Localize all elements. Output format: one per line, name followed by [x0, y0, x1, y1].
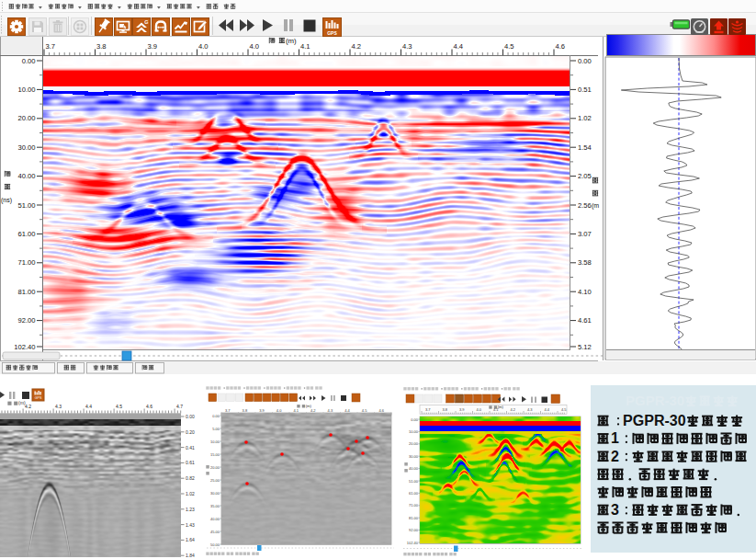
- svg-text:(m): (m): [286, 37, 297, 45]
- svg-text:0.00: 0.00: [411, 417, 419, 422]
- svg-text:4.4: 4.4: [545, 407, 550, 412]
- svg-text:102.40: 102.40: [407, 541, 419, 545]
- svg-text:1.84: 1.84: [186, 553, 195, 558]
- svg-text:1.54: 1.54: [578, 143, 592, 152]
- svg-text:4.3: 4.3: [55, 404, 62, 409]
- svg-text:PGPR-30: PGPR-30: [626, 393, 684, 408]
- svg-text:4.2: 4.2: [352, 42, 362, 51]
- svg-text:71.00: 71.00: [409, 503, 419, 508]
- svg-text:0.82: 0.82: [186, 475, 195, 481]
- svg-text:4.5: 4.5: [504, 42, 514, 51]
- svg-text:0.00: 0.00: [578, 57, 592, 65]
- svg-text:35.00: 35.00: [210, 504, 220, 508]
- svg-text:2.56: 2.56: [578, 201, 592, 210]
- svg-text:71.00: 71.00: [17, 258, 35, 267]
- svg-text:3.7: 3.7: [425, 407, 431, 412]
- svg-text:4.5: 4.5: [116, 404, 122, 409]
- svg-text:30.00: 30.00: [210, 491, 220, 496]
- svg-text:102.40: 102.40: [14, 343, 35, 351]
- svg-text:20.00: 20.00: [17, 114, 35, 122]
- svg-text:3.9: 3.9: [148, 42, 158, 51]
- svg-text:5.00: 5.00: [212, 427, 220, 431]
- svg-text:0.00: 0.00: [212, 414, 220, 418]
- svg-text:61.00: 61.00: [409, 491, 419, 496]
- svg-text:40.00: 40.00: [17, 172, 35, 180]
- svg-text:0.41: 0.41: [186, 445, 195, 451]
- svg-text:3.58: 3.58: [578, 258, 592, 267]
- svg-text:4.0: 4.0: [250, 42, 260, 51]
- svg-text:2.05: 2.05: [578, 172, 592, 180]
- svg-text:0.00: 0.00: [22, 57, 36, 65]
- svg-text:81.00: 81.00: [17, 288, 35, 296]
- svg-text:4.2: 4.2: [25, 404, 31, 409]
- svg-text:3.7: 3.7: [46, 42, 56, 51]
- svg-text:40.00: 40.00: [409, 466, 419, 471]
- svg-text:2: 2: [611, 449, 619, 464]
- svg-text:4.3: 4.3: [527, 407, 533, 412]
- svg-text:G: G: [144, 19, 148, 25]
- svg-text:3: 3: [611, 502, 619, 518]
- svg-text:4.5: 4.5: [561, 407, 567, 412]
- svg-text:4.3: 4.3: [402, 42, 412, 51]
- svg-text:10.00: 10.00: [17, 86, 35, 94]
- svg-text:0.51: 0.51: [578, 86, 592, 94]
- svg-text:(ns): (ns): [1, 197, 12, 204]
- svg-text:40.00: 40.00: [210, 517, 220, 521]
- svg-text:20.00: 20.00: [210, 465, 220, 470]
- svg-text:1.64: 1.64: [186, 537, 195, 542]
- svg-text:92.00: 92.00: [17, 316, 35, 325]
- svg-text:15.00: 15.00: [210, 452, 220, 457]
- svg-text:3.9: 3.9: [459, 407, 465, 412]
- svg-text:50.00: 50.00: [210, 542, 220, 547]
- svg-text:25.00: 25.00: [210, 478, 220, 483]
- svg-text:4.0: 4.0: [198, 42, 209, 51]
- svg-text:51.00: 51.00: [409, 479, 419, 484]
- svg-text:61.00: 61.00: [17, 230, 35, 238]
- svg-text:51.00: 51.00: [17, 201, 35, 210]
- svg-text:1.23: 1.23: [186, 507, 195, 512]
- svg-text:45.00: 45.00: [210, 530, 220, 534]
- svg-text:92.00: 92.00: [409, 528, 419, 532]
- svg-text:(m: (m: [592, 202, 599, 210]
- svg-text:GPS: GPS: [35, 396, 42, 400]
- svg-text:PGPR-30: PGPR-30: [623, 413, 686, 428]
- svg-text:30.00: 30.00: [17, 143, 35, 152]
- svg-text:10.00: 10.00: [409, 429, 419, 434]
- svg-text:0.61: 0.61: [186, 460, 195, 465]
- svg-text:4.10: 4.10: [578, 288, 592, 296]
- svg-text:4.0: 4.0: [477, 407, 482, 412]
- svg-text:4.6: 4.6: [146, 404, 152, 409]
- svg-text:1.02: 1.02: [186, 491, 195, 496]
- svg-text:10.00: 10.00: [210, 439, 220, 444]
- svg-text:4.6: 4.6: [556, 42, 566, 51]
- svg-text:4.61: 4.61: [578, 316, 592, 325]
- svg-text:30.00: 30.00: [409, 454, 419, 459]
- svg-text:GPS: GPS: [327, 30, 337, 36]
- svg-text:0.20: 0.20: [186, 429, 195, 435]
- svg-text:3.07: 3.07: [578, 230, 592, 238]
- svg-text:3.8: 3.8: [443, 407, 448, 412]
- svg-text:4.4: 4.4: [85, 404, 92, 409]
- svg-text:(m): (m): [498, 405, 504, 409]
- svg-text:0.00: 0.00: [186, 414, 195, 419]
- svg-text:4.7: 4.7: [176, 404, 183, 409]
- svg-text:4.1: 4.1: [493, 407, 499, 412]
- svg-text:20.00: 20.00: [409, 441, 419, 446]
- svg-text:4.2: 4.2: [511, 407, 516, 412]
- svg-text:81.00: 81.00: [409, 516, 419, 520]
- svg-text:1.43: 1.43: [186, 522, 195, 528]
- svg-text:1: 1: [611, 430, 619, 446]
- svg-text:5.12: 5.12: [578, 343, 592, 351]
- svg-text:4.1: 4.1: [300, 42, 310, 51]
- svg-text:3.8: 3.8: [96, 42, 107, 51]
- svg-text:1.02: 1.02: [578, 114, 592, 122]
- svg-text:4.4: 4.4: [454, 42, 464, 51]
